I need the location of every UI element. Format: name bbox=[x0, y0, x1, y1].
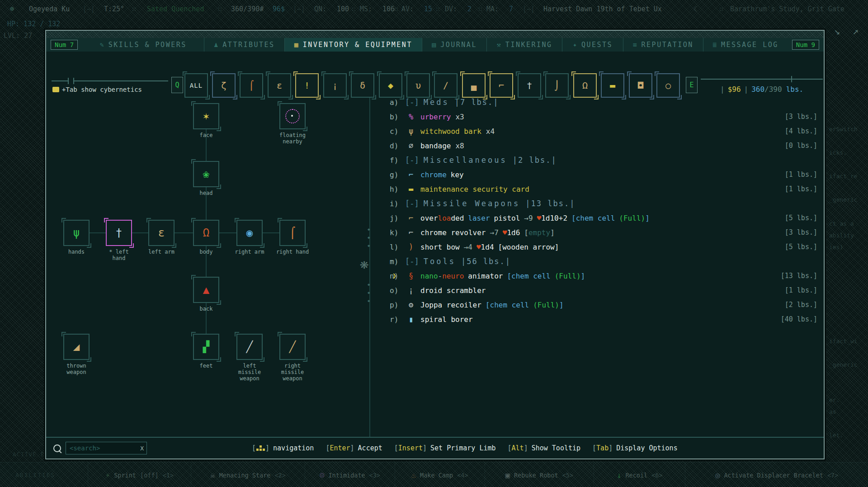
filter-melee-weapons[interactable]: † bbox=[518, 73, 541, 98]
tab-skills-and-powers[interactable]: ✎ SKILLS & POWERS bbox=[82, 38, 204, 52]
ability-rebuke-robot[interactable]: ▣ Rebuke Robot <5> bbox=[485, 463, 594, 487]
next-tab-hotkey-badge: Num 9 bbox=[792, 40, 819, 50]
search-input[interactable] bbox=[66, 442, 147, 454]
feet-item-icon: ▞ bbox=[203, 341, 209, 352]
inventory-item-nano-neuro-animator[interactable]: ❯n)§nano-neuroanimator[chem cell(Full)][… bbox=[390, 269, 817, 283]
filter-jewelry[interactable]: ○ bbox=[656, 73, 680, 98]
item-count: x4 bbox=[486, 127, 495, 136]
filter-water-containers[interactable]: υ bbox=[406, 73, 430, 98]
ability-sprint[interactable]: ⚡ Sprint [off] <1> bbox=[88, 463, 191, 487]
filter-wands[interactable]: ∕ bbox=[434, 73, 458, 98]
club-icon: ⌡ bbox=[554, 81, 560, 90]
inventory-item-overloaded-laser-pistol[interactable]: j)⌐overloadedlaserpistol→9♥1d10+2[chem c… bbox=[390, 211, 817, 225]
equip-slot-label: head bbox=[187, 190, 226, 196]
filter-security-cards[interactable]: ▬ bbox=[601, 73, 624, 98]
inventory-category-meds[interactable]: a)[-]Meds|7 lbs.| bbox=[390, 95, 817, 109]
equip-slot-hands[interactable]: ψ bbox=[63, 220, 90, 246]
row-letter: h) bbox=[390, 185, 405, 194]
inventory-item-bandage[interactable]: d)∅bandagex8[0 lbs.] bbox=[390, 138, 817, 153]
equip-slot-right-arm[interactable]: ◉ bbox=[236, 220, 263, 246]
filter-clubs[interactable]: ⌡ bbox=[545, 73, 569, 98]
ability-activate-displacer-bracelet[interactable]: ◎ Activate Displacer Bracelet <7> bbox=[685, 463, 868, 487]
equip-slot-label: feet bbox=[187, 363, 226, 369]
hint-key: Insert bbox=[398, 444, 423, 452]
filter-all[interactable]: ALL bbox=[184, 73, 208, 98]
stat-label-ma: MA: bbox=[486, 5, 499, 13]
search-clear-button[interactable]: X bbox=[140, 445, 144, 452]
equip-slot-left-missile-weapon[interactable]: ╱ bbox=[236, 334, 263, 360]
inventory-item-joppa-recoiler[interactable]: p)⚙Joppa recoiler[chem cell(Full)][2 lbs… bbox=[390, 298, 817, 312]
tab-attributes[interactable]: ♟ ATTRIBUTES bbox=[204, 38, 284, 52]
inventory-item-urberry[interactable]: b)%urberryx3[3 lbs.] bbox=[390, 109, 817, 124]
tab-journal[interactable]: ▤ JOURNAL bbox=[422, 38, 486, 52]
cybernetics-hint: +Tab show cybernetics bbox=[52, 86, 142, 93]
tab-quests[interactable]: ✦ QUESTS bbox=[562, 38, 623, 52]
tab-reputation[interactable]: ≡ REPUTATION bbox=[623, 38, 703, 52]
equip-slot-body[interactable]: Ω bbox=[193, 220, 219, 246]
equip-slot-label: face bbox=[187, 132, 226, 138]
inventory-item-witchwood-bark[interactable]: c)ψwitchwood barkx4[4 lbs.] bbox=[390, 124, 817, 138]
tab-inventory-and-equipment[interactable]: ▦ INVENTORY & EQUIPMENT bbox=[284, 38, 422, 52]
inventory-item-short-bow[interactable]: l))short bow→4♥1d4[wooden arrow][5 lbs.] bbox=[390, 240, 817, 254]
ability-recoil[interactable]: ↓ Recoil <6> bbox=[594, 463, 685, 487]
filter-bags[interactable]: ◘ bbox=[629, 73, 652, 98]
inventory-category-tools[interactable]: m)[-]Tools|56 lbs.| bbox=[390, 254, 817, 269]
resize-se-icon[interactable]: ↘ bbox=[834, 25, 840, 37]
inventory-item-droid-scrambler[interactable]: o)¡droid scrambler[1 lbs.] bbox=[390, 283, 817, 298]
conditions: Sated Quenched bbox=[147, 5, 204, 13]
ability-make-camp[interactable]: ♨ Make Camp <4> bbox=[395, 463, 485, 487]
filter-trade-goods[interactable]: ◆ bbox=[379, 73, 402, 98]
inventory-category-miscellaneous[interactable]: f)[-]Miscellaneous|2 lbs.| bbox=[390, 153, 817, 167]
filter-tonics[interactable]: δ bbox=[351, 73, 374, 98]
ability-hotkey: <3> bbox=[369, 472, 380, 479]
inventory-item-chrome-key[interactable]: g)⌐chromekey[1 lbs.] bbox=[390, 167, 817, 182]
bg-text-fragment: _generic bbox=[829, 196, 858, 203]
equip-slot-floating-nearby[interactable] bbox=[279, 103, 306, 129]
filter-tools[interactable]: Ω bbox=[573, 73, 597, 98]
equip-slot-back[interactable]: ▲ bbox=[193, 277, 219, 303]
limb-tree-icon[interactable]: ❋ bbox=[360, 255, 368, 272]
collapse-toggle[interactable]: [-] bbox=[405, 98, 419, 107]
cell-info: ] bbox=[581, 272, 585, 280]
item-name: key bbox=[451, 170, 464, 179]
ability-intimidate[interactable]: ☹ Intimidate <3> bbox=[305, 463, 395, 487]
hp-readout: HP: 132 / 132 bbox=[7, 20, 60, 28]
heart-icon: ♥ bbox=[537, 214, 542, 222]
equip-slot-label: left arm bbox=[142, 249, 181, 255]
resize-ne-icon[interactable]: ↗ bbox=[853, 25, 859, 37]
equip-slot-thrown-weapon[interactable]: ◢ bbox=[63, 334, 90, 360]
inventory-item-maintenance-security-card[interactable]: h)▬maintenance security card[1 lbs.] bbox=[390, 182, 817, 196]
inventory-category-missile-weapons[interactable]: i)[-]Missile Weapons|13 lbs.| bbox=[390, 196, 817, 211]
collapse-toggle[interactable]: [-] bbox=[405, 156, 419, 165]
equip-slot-feet[interactable]: ▞ bbox=[193, 334, 219, 360]
tab-message-log[interactable]: ≣ MESSAGE LOG bbox=[703, 38, 788, 52]
ability-hotkey: <6> bbox=[651, 472, 662, 479]
equip-slot-head[interactable]: ❀ bbox=[193, 161, 219, 187]
tab-tinkering[interactable]: ⚒ TINKERING bbox=[486, 38, 562, 52]
filter-meds[interactable]: ! bbox=[295, 73, 319, 98]
quill-icon: ✎ bbox=[100, 41, 104, 49]
filter-applicators[interactable]: ¡ bbox=[323, 73, 347, 98]
filter-food[interactable]: ζ bbox=[212, 73, 236, 98]
equip-slot-right-missile-weapon[interactable]: ╱ bbox=[279, 334, 306, 360]
filter-miscellaneous[interactable]: ▄ bbox=[462, 73, 486, 98]
filter-light-sources[interactable]: ⌠ bbox=[240, 73, 263, 98]
backpack-icon: ▦ bbox=[294, 41, 298, 49]
inventory-item-spiral-borer[interactable]: r)▮spiral borer[40 lbs.] bbox=[390, 312, 817, 326]
book-icon: ▤ bbox=[432, 41, 436, 49]
bg-text-fragment: ifact_re bbox=[829, 173, 858, 180]
inventory-item-chrome-revolver[interactable]: k)⌐chrome revolver→7♥1d6[empty][3 lbs.] bbox=[390, 225, 817, 240]
equip-slot-face[interactable]: ✶ bbox=[193, 103, 219, 129]
ability-menacing-stare[interactable]: ☠ Menacing Stare <2> bbox=[191, 463, 305, 487]
collapse-toggle[interactable]: [-] bbox=[405, 257, 419, 266]
filter-natural-weapons[interactable]: ε bbox=[268, 73, 291, 98]
filter-missile-weapons[interactable]: ⌐ bbox=[490, 73, 513, 98]
heart-icon: ♥ bbox=[476, 243, 481, 251]
collapse-toggle[interactable]: [-] bbox=[405, 199, 419, 208]
status-separator: ∷ bbox=[719, 5, 723, 13]
moon-icon: ☾ bbox=[693, 5, 698, 13]
equip-slot-left-arm[interactable]: ε bbox=[148, 220, 175, 246]
hint-navigation: []navigation bbox=[252, 444, 314, 452]
equip-slot-right-hand[interactable]: ⌠ bbox=[279, 220, 306, 246]
equip-slot-left-hand[interactable]: † bbox=[106, 220, 132, 246]
